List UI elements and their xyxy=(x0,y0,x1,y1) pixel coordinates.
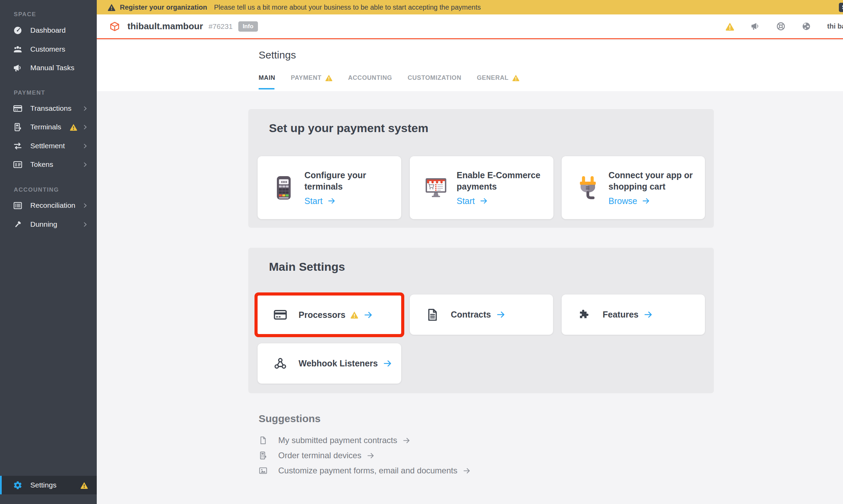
warning-icon[interactable] xyxy=(725,22,735,31)
id-card-icon xyxy=(13,160,22,169)
cube-logo-icon xyxy=(110,21,120,32)
sidebar-item-terminals[interactable]: Terminals xyxy=(0,118,97,136)
page-head: Settings MAIN PAYMENT ACCOUNTING CUSTOMI… xyxy=(97,40,843,91)
setup-card-connect-app[interactable]: Connect your app or shopping cart Browse xyxy=(562,156,705,219)
top-header: thibault.mambour #76231 Info thi ba xyxy=(97,14,843,39)
info-badge[interactable]: Info xyxy=(238,21,258,32)
language-globe-icon[interactable] xyxy=(802,22,811,31)
arrow-right-icon xyxy=(496,310,506,319)
main-settings-title: Main Settings xyxy=(269,260,345,274)
setup-card-title: Connect your app or shopping cart xyxy=(608,170,705,192)
webhook-listeners-card[interactable]: Webhook Listeners xyxy=(258,343,401,384)
announcements-icon[interactable] xyxy=(751,22,760,31)
terminal-icon xyxy=(259,451,268,460)
settings-tabs: MAIN PAYMENT ACCOUNTING CUSTOMIZATION GE… xyxy=(259,74,535,82)
register-organization-banner: Register your organization Please tell u… xyxy=(97,0,843,14)
payment-terminal-icon xyxy=(272,175,295,200)
puzzle-icon xyxy=(577,308,591,322)
warning-icon xyxy=(80,481,88,489)
sidebar-item-dunning[interactable]: Dunning xyxy=(0,215,97,234)
transfer-arrows-icon xyxy=(13,141,22,151)
setup-card-title: Enable E-Commerce payments xyxy=(457,170,553,192)
arrow-right-icon xyxy=(367,452,375,460)
credit-card-icon xyxy=(273,308,287,322)
page-title: Settings xyxy=(259,49,296,61)
gear-icon xyxy=(13,481,22,490)
warning-icon xyxy=(70,123,77,131)
file-icon xyxy=(259,436,268,445)
terminal-icon xyxy=(13,122,22,132)
arrow-right-icon xyxy=(364,310,373,320)
suggestions-section: Suggestions My submitted payment contrac… xyxy=(259,413,471,478)
header-actions: thi ba xyxy=(725,14,843,38)
browse-link[interactable]: Browse xyxy=(608,196,705,206)
tab-accounting[interactable]: ACCOUNTING xyxy=(348,74,392,82)
chevron-right-icon xyxy=(82,222,88,227)
tab-customization[interactable]: CUSTOMIZATION xyxy=(408,74,461,82)
processors-card[interactable]: Processors xyxy=(258,296,401,334)
sidebar-item-settings[interactable]: Settings xyxy=(0,476,97,494)
main-settings-panel: Main Settings Processors Contracts Featu… xyxy=(248,248,714,393)
features-card[interactable]: Features xyxy=(562,294,705,335)
chevron-right-icon xyxy=(82,143,88,149)
suggestion-customize-forms[interactable]: Customize payment forms, email and docum… xyxy=(259,463,471,478)
sidebar-section-space: SPACE xyxy=(14,11,36,18)
merchant-id: #76231 xyxy=(209,22,233,31)
ecommerce-monitor-icon xyxy=(424,175,448,200)
sidebar: SPACE Dashboard Customers Manual Tasks P… xyxy=(0,0,97,504)
arrow-right-icon xyxy=(403,437,410,444)
suggestion-order-terminals[interactable]: Order terminal devices xyxy=(259,448,471,463)
arrow-right-icon xyxy=(480,197,488,205)
list-icon xyxy=(13,201,22,210)
sidebar-item-dashboard[interactable]: Dashboard xyxy=(0,21,97,40)
arrow-right-icon xyxy=(383,359,392,368)
account-menu-truncated[interactable]: thi ba xyxy=(827,22,843,30)
sidebar-section-payment: PAYMENT xyxy=(14,89,45,96)
warning-icon xyxy=(350,311,358,319)
credit-card-icon xyxy=(13,104,22,113)
sidebar-item-reconciliation[interactable]: Reconciliation xyxy=(0,196,97,215)
arrow-right-icon xyxy=(327,197,336,205)
contracts-card[interactable]: Contracts xyxy=(410,294,553,335)
megaphone-icon xyxy=(13,63,22,73)
support-icon[interactable] xyxy=(776,22,785,31)
setup-card-title: Configure your terminals xyxy=(304,170,401,192)
sidebar-item-tokens[interactable]: Tokens xyxy=(0,155,97,174)
warning-icon xyxy=(325,74,333,82)
chevron-right-icon xyxy=(82,162,88,168)
suggestions-title: Suggestions xyxy=(259,413,471,425)
customers-icon xyxy=(13,45,22,54)
sidebar-section-accounting: ACCOUNTING xyxy=(14,186,59,193)
tab-payment[interactable]: PAYMENT xyxy=(291,74,332,82)
start-link[interactable]: Start xyxy=(457,196,553,206)
arrow-right-icon xyxy=(642,197,650,205)
sidebar-item-manual-tasks[interactable]: Manual Tasks xyxy=(0,58,97,77)
banner-action-button[interactable]: S xyxy=(839,3,843,12)
setup-payment-panel: Set up your payment system Con xyxy=(248,109,714,228)
sidebar-item-settlement[interactable]: Settlement xyxy=(0,137,97,155)
tab-main[interactable]: MAIN xyxy=(259,74,275,82)
tab-general[interactable]: GENERAL xyxy=(477,74,520,82)
suggestion-submitted-contracts[interactable]: My submitted payment contracts xyxy=(259,433,471,448)
webhook-icon xyxy=(273,357,287,371)
app-root: Register your organization Please tell u… xyxy=(0,0,843,504)
chevron-right-icon xyxy=(82,203,88,208)
setup-card-configure-terminals[interactable]: Configure your terminals Start xyxy=(258,156,401,219)
gavel-icon xyxy=(13,220,22,229)
setup-card-ecommerce[interactable]: Enable E-Commerce payments Start xyxy=(410,156,553,219)
banner-message: Please tell us a bit more about your bus… xyxy=(214,3,481,11)
arrow-right-icon xyxy=(463,467,471,475)
banner-title: Register your organization xyxy=(120,3,207,11)
contract-document-icon xyxy=(426,308,439,322)
main-content: Settings MAIN PAYMENT ACCOUNTING CUSTOMI… xyxy=(97,40,843,504)
sidebar-item-customers[interactable]: Customers xyxy=(0,40,97,58)
dashboard-icon xyxy=(13,26,22,35)
start-link[interactable]: Start xyxy=(304,196,401,206)
sidebar-item-transactions[interactable]: Transactions xyxy=(0,99,97,118)
merchant-name: thibault.mambour xyxy=(127,21,203,32)
plug-icon xyxy=(576,175,600,200)
arrow-right-icon xyxy=(644,310,653,319)
chevron-right-icon xyxy=(82,106,88,111)
active-tab-underline xyxy=(259,88,274,89)
warning-icon xyxy=(512,74,520,82)
